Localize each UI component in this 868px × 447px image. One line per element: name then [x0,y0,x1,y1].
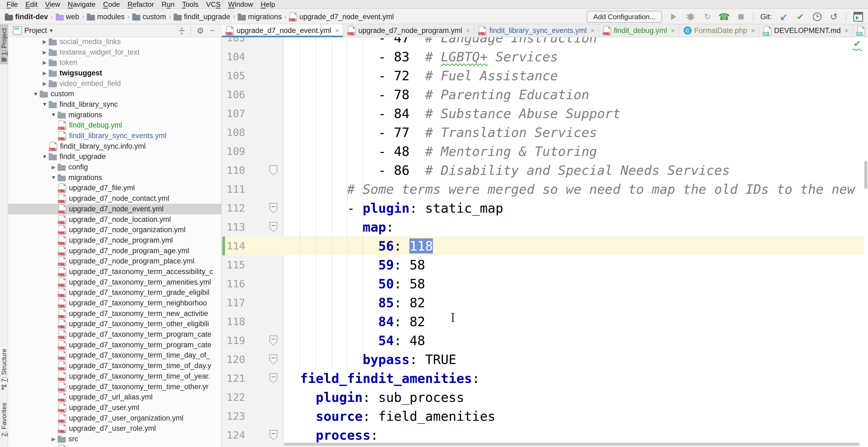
line-number[interactable]: 123 [226,407,248,426]
tab-findit_debug.yml[interactable]: YMLfindit_debug.yml× [599,24,679,37]
tree-file-row[interactable]: YMLupgrade_d7_node_program.yml [8,235,221,246]
tree-file-row[interactable]: YMLupgrade_d7_url_alias.yml [8,392,221,403]
add-configuration-button[interactable]: Add Configuration... [587,11,662,23]
git-history-button[interactable] [812,12,822,22]
tree-file-row[interactable]: YML [8,444,221,447]
tab-FormatDate.php[interactable]: CFormatDate.php× [679,24,759,37]
tree-file-row[interactable]: YMLupgrade_d7_taxonomy_term_time_day_of_ [8,350,221,361]
menu-item-window[interactable]: Window [224,0,257,9]
tree-folder-row[interactable]: ▼migrations [8,110,221,120]
stripe-tab-favorites[interactable]: 2: Favorites [0,403,8,437]
fold-marker-icon[interactable] [269,354,277,364]
chevron-down-icon[interactable]: ▼ [40,101,49,107]
run-button[interactable] [669,12,679,22]
tree-file-row[interactable]: YMLupgrade_d7_node_program_age.yml [8,246,221,256]
line-number[interactable]: 114 [226,236,248,255]
menu-item-vcs[interactable]: VCS [202,0,224,9]
terminal-button[interactable] [854,12,863,22]
tab-overflow-partial[interactable]: MD: [853,24,868,37]
tree-file-row[interactable]: YMLupgrade_d7_node_contact.yml [8,193,221,204]
tree-file-row[interactable]: YMLupgrade_d7_user_role.yml [8,423,221,434]
close-icon[interactable]: × [844,27,848,35]
chevron-down-icon[interactable]: ▼ [32,91,40,97]
chevron-down-icon[interactable]: ▼ [40,154,49,160]
menu-item-refactor[interactable]: Refactor [124,0,158,9]
chevron-right-icon[interactable]: ▶ [40,70,49,76]
tab-upgrade_d7_node_program.yml[interactable]: YMLupgrade_d7_node_program.yml× [343,24,474,37]
menu-item-navigate[interactable]: Navigate [64,0,99,9]
chevron-right-icon[interactable]: ▶ [50,164,58,170]
breadcrumb-item[interactable]: YMLupgrade_d7_node_event.yml [289,12,394,22]
tree-file-row[interactable]: YMLupgrade_d7_user.yml [8,403,221,413]
chevron-right-icon[interactable]: ▶ [50,436,58,442]
chevron-down-icon[interactable]: ▼ [50,112,58,118]
tree-folder-row[interactable]: ▶social_media_links [8,37,221,47]
fold-marker-icon[interactable] [269,222,277,232]
menu-item-run[interactable]: Run [158,0,179,9]
fold-marker-icon[interactable] [269,165,277,175]
menu-item-edit[interactable]: Edit [22,0,41,9]
menu-item-code[interactable]: Code [99,0,124,9]
line-number[interactable]: 111 [226,180,248,199]
editor-vertical-scrollbar[interactable] [864,161,867,189]
tree-folder-row[interactable]: ▶video_embed_field [8,78,221,89]
tree-file-row[interactable]: YMLfindit_library_sync.info.yml [8,141,221,152]
tree-file-row[interactable]: YMLupgrade_d7_taxonomy_term_accessibilit… [8,266,221,277]
menu-item-help[interactable]: Help [257,0,279,9]
tree-file-row[interactable]: YMLupgrade_d7_taxonomy_term_other_eligib… [8,319,221,329]
tree-folder-row[interactable]: ▶token [8,57,221,68]
git-rollback-button[interactable]: ↺ [829,12,839,22]
tree-file-row[interactable]: YMLupgrade_d7_taxonomy_term_amenities.ym… [8,277,221,288]
tree-file-row[interactable]: YMLupgrade_d7_file.yml [8,183,221,193]
close-icon[interactable]: × [671,27,675,35]
line-number[interactable]: 117 [226,293,248,312]
tree-file-row[interactable]: YMLupgrade_d7_node_program_place.yml [8,256,221,266]
line-number[interactable]: 103 [226,37,248,47]
tree-file-row[interactable]: YMLupgrade_d7_taxonomy_term_time_of_day.… [8,360,221,371]
tree-folder-row[interactable]: ▼migrations [8,172,221,183]
menu-item-tools[interactable]: Tools [178,0,202,9]
line-number[interactable]: 120 [226,350,248,369]
git-update-button[interactable]: ↙ [779,12,788,22]
breadcrumb-item[interactable]: migrations [238,13,282,21]
tree-folder-row[interactable]: ▼custom [8,89,221,99]
fold-marker-icon[interactable] [269,373,277,383]
menu-item-file[interactable]: File [3,0,22,9]
tree-file-row[interactable]: YMLupgrade_d7_node_organization.yml [8,225,221,235]
tree-folder-row[interactable]: ▶config [8,162,221,172]
breadcrumb-item[interactable]: custom [132,13,166,21]
project-panel-header[interactable]: Project ▼ ▾ ▴ ⚙ − [8,24,222,37]
tree-folder-row[interactable]: ▶src [8,434,221,444]
line-number[interactable]: 109 [226,142,248,161]
tree-file-row[interactable]: YMLupgrade_d7_taxonomy_term_new_activiti… [8,308,221,319]
tree-file-row[interactable]: YMLupgrade_d7_node_location.yml [8,214,221,225]
tab-upgrade_d7_node_event.yml[interactable]: YMLupgrade_d7_node_event.yml× [222,24,343,37]
tree-folder-row[interactable]: ▶twigsuggest [8,68,221,78]
stripe-tab-structure[interactable]: 7: Structure [0,349,8,390]
git-commit-button[interactable]: ✔ [796,12,805,22]
tree-file-row[interactable]: YMLupgrade_d7_user_organization.yml [8,413,221,423]
line-number[interactable]: 112 [226,199,248,218]
line-number[interactable]: 106 [226,85,248,104]
collapse-all-button[interactable]: ▾ ▴ [179,27,184,34]
tree-file-row[interactable]: YMLfindit_library_sync_events.yml [8,131,221,141]
fold-marker-icon[interactable] [269,430,277,440]
stop-button[interactable] [736,12,746,22]
tree-file-row[interactable]: YMLupgrade_d7_node_event.yml [8,204,221,214]
tree-file-row[interactable]: YMLupgrade_d7_taxonomy_term_time_of_year… [8,371,221,382]
close-icon[interactable]: × [335,27,339,35]
line-number[interactable]: 116 [226,274,248,293]
gear-icon[interactable]: ⚙ [197,26,204,35]
chevron-right-icon[interactable]: ▶ [40,49,49,55]
tree-folder-row[interactable]: ▶textarea_widget_for_text [8,47,221,58]
breadcrumb-item[interactable]: web [56,13,80,21]
chevron-down-icon[interactable]: ▼ [49,28,54,34]
tree-file-row[interactable]: YMLupgrade_d7_taxonomy_term_time_other.y… [8,382,221,392]
tab-findit_library_sync_events.yml[interactable]: YMLfindit_library_sync_events.yml× [474,24,599,37]
line-number[interactable]: 108 [226,123,248,142]
hide-panel-button[interactable]: − [210,26,215,35]
tree-file-row[interactable]: YMLupgrade_d7_taxonomy_term_program_cate [8,340,221,350]
chevron-right-icon[interactable]: ▶ [40,39,49,45]
breadcrumb-item[interactable]: findit-dev [5,13,48,21]
editor-horizontal-scrollbar[interactable] [284,443,860,446]
